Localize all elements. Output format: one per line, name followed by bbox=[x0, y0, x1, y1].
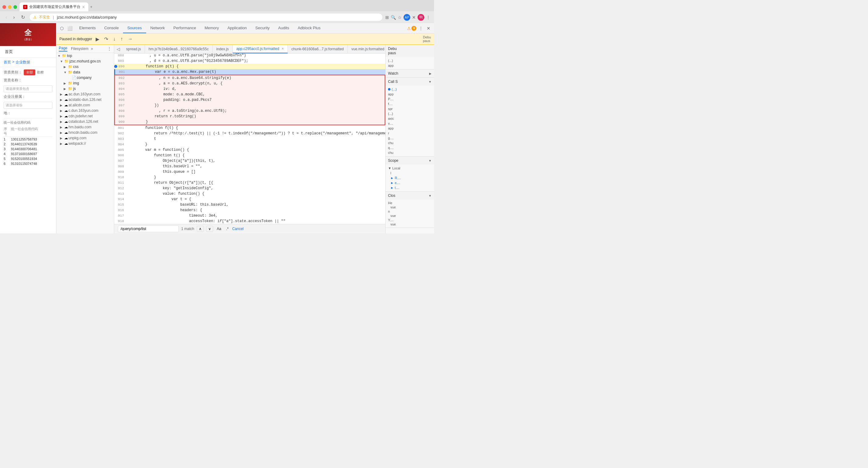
file-tree-item-cstaticdun[interactable]: ▶ ☁ cstaticdun.126.net bbox=[56, 119, 114, 124]
callstack-item[interactable]: (...) bbox=[388, 87, 432, 92]
code-line[interactable]: 894 iv: d, bbox=[114, 86, 385, 92]
code-tab-close-button[interactable]: × bbox=[282, 47, 284, 51]
callstack-item[interactable]: axic bbox=[388, 116, 432, 121]
callstack-item[interactable]: spr bbox=[388, 106, 432, 111]
code-tab-app[interactable]: app.c295acc0.js:formatted × bbox=[233, 45, 288, 53]
file-tree-item-data[interactable]: ▼ 📁 data bbox=[56, 69, 114, 75]
closure-item[interactable]: n bbox=[388, 209, 432, 213]
code-line[interactable]: 909 this.queue = [] bbox=[114, 169, 385, 175]
code-line[interactable]: 913 value: function() { bbox=[114, 191, 385, 197]
file-tree-item-top[interactable]: ▼ 📁 top bbox=[56, 53, 114, 59]
tab-memory[interactable]: Memory bbox=[200, 23, 223, 33]
url-bar[interactable]: ⚠ 不安全 | jzsc.mohurd.gov.cn/data/company bbox=[29, 13, 383, 21]
tab-console[interactable]: Console bbox=[100, 23, 123, 33]
code-line[interactable]: 903 t bbox=[114, 136, 385, 142]
tab-network[interactable]: Network bbox=[146, 23, 169, 33]
tab-application[interactable]: Application bbox=[223, 23, 251, 33]
file-tree-item-img[interactable]: ▶ 📁 img bbox=[56, 81, 114, 86]
file-tree-menu[interactable]: ⋮ bbox=[107, 46, 112, 51]
debugger-header[interactable]: Debupaus bbox=[385, 45, 434, 57]
code-line[interactable]: 902 return /^http:/.test(t) || (-1 != t.… bbox=[114, 131, 385, 136]
breadcrumb-home[interactable]: 首页 bbox=[4, 60, 11, 65]
file-tree-item-unpkg[interactable]: ▶ ☁ unpkg.com bbox=[56, 135, 114, 141]
code-line[interactable]: 912 key: "getInsideConfig", bbox=[114, 185, 385, 191]
code-line[interactable]: 898 , r = a.toString(o.a.enc.Utf8); bbox=[114, 108, 385, 114]
file-tree-item-css[interactable]: ▶ 📁 css bbox=[56, 64, 114, 69]
user-button[interactable]: 明 bbox=[417, 14, 424, 21]
find-case-sensitive[interactable]: Aa bbox=[216, 226, 223, 232]
resume-button[interactable]: ▶ bbox=[94, 36, 100, 43]
code-line[interactable]: 910 } bbox=[114, 175, 385, 180]
closure-item[interactable]: He bbox=[388, 201, 432, 205]
code-line[interactable]: 914 var t = { bbox=[114, 197, 385, 202]
find-prev-button[interactable]: ∧ bbox=[197, 226, 204, 232]
scope-header[interactable]: Scope ▼ bbox=[385, 156, 434, 165]
tab-close-button[interactable]: × bbox=[82, 5, 85, 9]
file-tree-item-alicdn[interactable]: ▶ ☁ at.alicdn.com bbox=[56, 103, 114, 108]
file-tree-item-cdun[interactable]: ▶ ☁ c.dun.163yun.com bbox=[56, 108, 114, 113]
traffic-light-red[interactable] bbox=[2, 5, 6, 9]
extension-button[interactable]: ✕ bbox=[412, 14, 416, 21]
code-line[interactable]: 906 function t() { bbox=[114, 153, 385, 158]
browser-tab-active[interactable]: 全 全国建筑市场监管公共服务平台 × bbox=[20, 2, 88, 11]
find-input[interactable] bbox=[118, 226, 179, 232]
scope-item[interactable]: l bbox=[388, 171, 432, 175]
category-all-tag[interactable]: 全部 bbox=[24, 69, 35, 75]
callstack-item[interactable]: app bbox=[388, 92, 432, 96]
step-into-button[interactable]: ↓ bbox=[112, 36, 117, 42]
code-line[interactable]: 895 mode: o.a.mode.CBC, bbox=[114, 92, 385, 97]
forward-button[interactable]: › bbox=[11, 14, 17, 21]
file-tree-item-jsdelivr[interactable]: ▶ ☁ cdn.jsdelivr.net bbox=[56, 113, 114, 119]
scope-local[interactable]: ▼ Local bbox=[388, 166, 432, 171]
scope-item[interactable]: ► t.... bbox=[388, 185, 432, 190]
code-line[interactable]: 896 padding: o.a.pad.Pkcs7 bbox=[114, 97, 385, 103]
code-editor[interactable]: 876 },877 "27fe": function(t, e, n) {878… bbox=[114, 54, 385, 224]
step-button[interactable]: → bbox=[126, 36, 134, 42]
devtools-close-button[interactable]: ✕ bbox=[426, 25, 432, 32]
code-line[interactable]: 918 accessToken: if["a"].state.accessTok… bbox=[114, 218, 385, 224]
traffic-light-green[interactable] bbox=[13, 5, 17, 9]
more-tabs-button[interactable]: » bbox=[91, 47, 93, 51]
callstack-item[interactable]: v.... bbox=[388, 121, 432, 126]
code-tab-back[interactable]: ◁ bbox=[114, 46, 122, 53]
file-tree-item-hmcdnbaidu[interactable]: ▶ ☁ hmcdn.baidu.com bbox=[56, 130, 114, 135]
callstack-header[interactable]: Call S ▼ bbox=[385, 78, 434, 86]
back-button[interactable]: ‹ bbox=[4, 14, 9, 21]
scope-item[interactable]: ► e.... bbox=[388, 180, 432, 185]
callstack-item[interactable]: chu bbox=[388, 141, 432, 145]
code-line[interactable]: 893 , a = o.a.AES.decrypt(n, u, { bbox=[114, 81, 385, 86]
closure-item[interactable]: Y.... bbox=[388, 218, 432, 222]
code-tab-chunk[interactable]: chunk-661608a6...7.js:formatted bbox=[288, 45, 348, 53]
find-next-button[interactable]: ∨ bbox=[206, 226, 213, 232]
code-line[interactable]: 889 , d = o.a.enc.Utf8.parse("0123456789… bbox=[114, 58, 385, 64]
callstack-item[interactable]: r bbox=[388, 131, 432, 136]
name-input[interactable]: 请选择资质包含 bbox=[4, 85, 52, 92]
code-tab-index[interactable]: index.js bbox=[213, 45, 233, 53]
code-line[interactable]: 916 headers: { bbox=[114, 207, 385, 213]
tab-performance[interactable]: Performance bbox=[169, 23, 200, 33]
watch-header[interactable]: Watch ▶ bbox=[385, 69, 434, 78]
callstack-item[interactable]: (...) bbox=[388, 111, 432, 116]
category-inspect-tag[interactable]: 勘察 bbox=[37, 70, 44, 75]
tab-elements[interactable]: Elements bbox=[75, 23, 100, 33]
code-line[interactable]: 917 timeout: 3e4, bbox=[114, 213, 385, 218]
file-tree-item-ac-dun[interactable]: ▶ ☁ ac.dun.163yun.com bbox=[56, 91, 114, 97]
code-line[interactable]: 899 return r.toString() bbox=[114, 114, 385, 119]
callstack-item[interactable]: q.... bbox=[388, 145, 432, 150]
device-toggle-button[interactable]: ⬜ bbox=[66, 25, 74, 32]
code-tab-vue[interactable]: vue.min.js:formatted bbox=[348, 45, 385, 53]
scope-item[interactable]: ► R.... bbox=[388, 175, 432, 180]
code-line[interactable]: 890 function p(t) { bbox=[114, 64, 385, 69]
code-line[interactable]: 908 this.baseUrl = "", bbox=[114, 164, 385, 169]
file-tree-item-js[interactable]: ▶ 📁 js bbox=[56, 86, 114, 91]
code-line[interactable]: 900 } bbox=[114, 119, 385, 125]
tab-sources[interactable]: Sources bbox=[123, 23, 146, 33]
find-cancel-button[interactable]: Cancel bbox=[232, 227, 243, 231]
file-tree-item-webpack[interactable]: ▶ ☁ webpack:// bbox=[56, 141, 114, 146]
code-line[interactable]: 901 function f(t) { bbox=[114, 125, 385, 131]
callstack-item[interactable]: f.... bbox=[388, 101, 432, 106]
new-tab-button[interactable]: + bbox=[88, 3, 143, 11]
file-tree-item-hmbaidu[interactable]: ▶ ☁ hm.baidu.com bbox=[56, 124, 114, 130]
code-line[interactable]: 897 }) bbox=[114, 103, 385, 108]
code-tab-hm[interactable]: hm.js?b1b4b9ea6...92160766a9c55c bbox=[145, 45, 213, 53]
